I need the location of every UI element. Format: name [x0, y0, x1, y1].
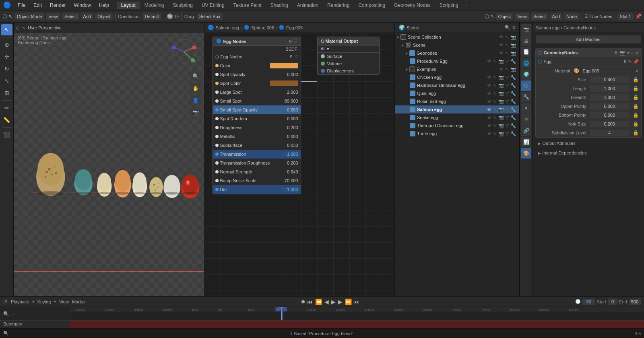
tu-mod[interactable]: 🔧 — [510, 131, 516, 136]
prev-frame-icon[interactable]: ⏪ — [315, 299, 322, 305]
h-con[interactable]: ▽ — [506, 83, 509, 88]
outliner-geonodes[interactable]: ▾ Geonodes 👁 ↖ 📷 — [395, 49, 519, 57]
timeline-ruler-area[interactable]: -250 -200 -150 -100 -50 0 50 100 150 200… — [70, 307, 644, 320]
scene-cam-icon[interactable]: 📷 — [510, 43, 516, 48]
scene-eye-icon[interactable]: 👁 — [499, 43, 504, 48]
fps-icon[interactable]: 🕐 — [575, 299, 581, 304]
breadth-lock-icon[interactable]: 🔒 — [633, 95, 639, 100]
node-editor-icon[interactable]: ⬡ — [485, 13, 489, 19]
geonodes-eye-icon[interactable]: 👁 — [499, 51, 504, 56]
drag-selector[interactable]: Select Box — [197, 13, 223, 20]
s-con[interactable]: ▽ — [506, 107, 509, 112]
spot-opacity-value[interactable]: 0.000 — [282, 72, 298, 77]
tool-transform[interactable]: ⊞ — [1, 87, 12, 99]
th-mod[interactable]: 🔧 — [510, 123, 516, 128]
tl-search-icon[interactable]: 🔍 — [3, 311, 9, 317]
mode-selector[interactable]: Object Mode — [14, 13, 44, 20]
q-mod[interactable]: 🔧 — [510, 91, 516, 96]
select-button[interactable]: Select — [62, 13, 79, 20]
view3d-icon[interactable]: ⬡ — [2, 13, 7, 19]
menu-window[interactable]: Window — [70, 2, 94, 9]
outliner-procedural-egg[interactable]: Procedural Egg 👁 ↖ 📷 ▽ 🔧 — [395, 57, 519, 65]
start-frame[interactable]: 0 — [608, 299, 617, 305]
tab-sculpting[interactable]: Sculpting — [169, 2, 197, 9]
th-eye[interactable]: 👁 — [487, 123, 491, 128]
sub-lock-icon[interactable]: 🔒 — [633, 130, 639, 136]
tu-con[interactable]: ▽ — [506, 131, 509, 136]
blender-logo-icon[interactable]: 🔵 — [3, 1, 11, 9]
h-mod[interactable]: 🔧 — [510, 83, 516, 88]
render-props-icon[interactable]: 📷 — [521, 24, 531, 35]
bc-sphere[interactable]: Sphere.006 — [251, 25, 274, 30]
upper-lock-icon[interactable]: 🔒 — [633, 103, 639, 109]
r-eye[interactable]: 👁 — [487, 99, 491, 104]
length-lock-icon[interactable]: 🔒 — [633, 86, 639, 91]
sn-cursor[interactable]: ↖ — [493, 115, 497, 120]
bottom-pointy-value[interactable]: 0.000 — [590, 112, 630, 118]
tu-cam[interactable]: 📷 — [498, 131, 504, 136]
material-value[interactable]: Egg.005 — [583, 68, 632, 73]
keying-menu[interactable]: Keying — [37, 299, 51, 304]
obj-mode-icon[interactable]: ↖ — [491, 14, 494, 19]
modifier-vis-icon[interactable]: 👁 — [614, 50, 618, 55]
camera-icon[interactable]: 📷 — [190, 107, 201, 117]
current-frame[interactable]: 60 — [582, 299, 595, 305]
c-con[interactable]: ▽ — [506, 75, 509, 80]
tu-eye[interactable]: 👁 — [487, 131, 491, 136]
dirt-value[interactable]: 1.000 — [282, 187, 298, 192]
physics-icon[interactable]: ⚛ — [521, 114, 531, 125]
outliner-theropod[interactable]: Theropod Dinosaur egg 👁 ↖ 📷 ▽ 🔧 — [395, 122, 519, 130]
tab-scripting[interactable]: Scripting — [436, 2, 462, 9]
s-eye[interactable]: 👁 — [487, 107, 491, 112]
small-spot-opacity-value[interactable]: 0.600 — [282, 107, 298, 112]
modifier-move-icon[interactable]: ≡ — [631, 50, 634, 55]
modifier-icon[interactable]: 🔧 — [521, 92, 531, 102]
r-con[interactable]: ▽ — [506, 99, 509, 104]
next-key-icon[interactable]: ▶ — [338, 299, 343, 305]
tab-uv-editing[interactable]: UV Editing — [198, 2, 229, 9]
cursor-vis-icon[interactable]: ↖ — [505, 35, 509, 40]
bottom-lock-icon[interactable]: 🔒 — [633, 112, 639, 118]
q-eye[interactable]: 👁 — [487, 91, 491, 96]
tool-select[interactable]: ↖ — [1, 24, 12, 35]
node-select-btn[interactable]: Select — [531, 13, 548, 20]
york-size-value[interactable]: 0.200 — [590, 121, 630, 127]
next-frame-icon[interactable]: ⏩ — [345, 299, 352, 305]
end-frame[interactable]: 500 — [629, 299, 641, 305]
data-props-icon[interactable]: 📊 — [521, 137, 531, 147]
outliner-chicken-egg[interactable]: Chicken egg 👁 ↖ 📷 ▽ 🔧 — [395, 73, 519, 81]
subsurface-value[interactable]: 0.030 — [282, 143, 298, 148]
bc-egg[interactable]: Egg.005 — [286, 25, 303, 30]
color-swatch[interactable] — [270, 63, 298, 68]
c-eye[interactable]: 👁 — [487, 75, 491, 80]
small-spot-value[interactable]: 89.000 — [282, 99, 298, 103]
props-bc-salmon[interactable]: Salmon egg › GeometryNodes — [536, 25, 596, 30]
tool-cursor[interactable]: ⊕ — [1, 39, 12, 50]
c-cursor[interactable]: ↖ — [493, 75, 497, 80]
length-value[interactable]: 1.000 — [590, 85, 630, 92]
q-cursor[interactable]: ↖ — [493, 91, 497, 96]
node-view-btn[interactable]: View — [515, 13, 529, 20]
spot-random-value[interactable]: 0.000 — [282, 116, 298, 121]
3d-viewport[interactable]: ⬡ ↖ User Perspective (60) Scene | Salmon… — [14, 23, 204, 296]
tool-move[interactable]: ✛ — [1, 51, 12, 62]
tool-measure[interactable]: 📏 — [1, 114, 12, 126]
egg-edit-icon[interactable]: ✎ — [628, 59, 632, 64]
tool-annotate[interactable]: ✏ — [1, 102, 12, 113]
tab-modeling[interactable]: Modeling — [140, 2, 168, 9]
jump-end-icon[interactable]: ⏭ — [354, 299, 360, 305]
q-cam[interactable]: 📷 — [498, 91, 504, 96]
pin-icon[interactable]: 📌 — [635, 13, 642, 19]
material-props-icon[interactable]: 🎨 — [521, 148, 531, 159]
th-con[interactable]: ▽ — [506, 123, 509, 128]
panel-pin-icon[interactable]: ♡ — [293, 39, 297, 44]
play-icon[interactable]: ▶ — [331, 299, 336, 305]
egg-pin-icon[interactable]: 📌 — [633, 59, 639, 64]
internal-deps-section[interactable]: ▶ Internal Dependencies — [535, 149, 642, 157]
scene-props-icon[interactable]: 🌐 — [521, 58, 531, 68]
s-mod[interactable]: 🔧 — [510, 107, 516, 112]
proportional-icon[interactable]: ⊙ — [175, 13, 179, 19]
node-add-btn[interactable]: Add — [550, 13, 563, 20]
r-cam[interactable]: 📷 — [498, 99, 504, 104]
view-layer-icon[interactable]: 📑 — [521, 47, 531, 57]
